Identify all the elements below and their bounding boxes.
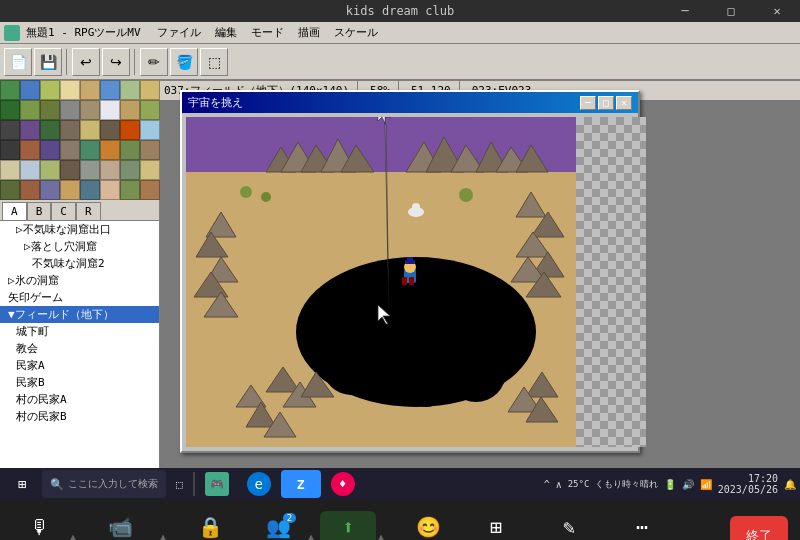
tile-10[interactable] — [140, 100, 160, 120]
tile-snow[interactable] — [100, 100, 120, 120]
dialog-close-btn[interactable]: ✕ — [616, 96, 632, 110]
dialog-maximize-btn[interactable]: □ — [598, 96, 614, 110]
close-btn[interactable]: ✕ — [754, 0, 800, 22]
zoom-whiteboard-btn[interactable]: ✎ ホワイトボード — [526, 511, 612, 540]
tile-8[interactable] — [80, 100, 100, 120]
menu-edit[interactable]: 編集 — [209, 23, 243, 42]
menu-file[interactable]: ファイル — [151, 23, 207, 42]
tree-item[interactable]: 民家B — [0, 374, 159, 391]
menu-draw[interactable]: 描画 — [292, 23, 326, 42]
menu-scale[interactable]: スケール — [328, 23, 384, 42]
tree-item[interactable]: 教会 — [0, 340, 159, 357]
tile-lava[interactable] — [120, 120, 140, 140]
tree-item[interactable]: 不気味な洞窟2 — [0, 255, 159, 272]
taskbar-zoom[interactable]: Z — [281, 470, 321, 498]
share-arrow[interactable]: ▲ — [378, 531, 384, 541]
tile-26[interactable] — [20, 180, 40, 200]
tile-dark[interactable] — [0, 120, 20, 140]
dialog-minimize-btn[interactable]: ─ — [580, 96, 596, 110]
zoom-security-btn[interactable]: 🔒 セキュリティ — [172, 511, 248, 540]
tile-5[interactable] — [140, 80, 160, 100]
tree-item[interactable]: ▷ 落とし穴洞窟 — [0, 238, 159, 255]
tile-20[interactable] — [60, 160, 80, 180]
maximize-btn[interactable]: □ — [708, 0, 754, 22]
tile-11[interactable] — [40, 140, 60, 160]
tile-6[interactable] — [20, 100, 40, 120]
tile-16[interactable] — [140, 140, 160, 160]
zoom-more-btn[interactable]: ⋯ 詳細 — [614, 511, 670, 540]
menu-mode[interactable]: モード — [245, 23, 290, 42]
tile-swamp[interactable] — [40, 120, 60, 140]
tile-22[interactable] — [100, 160, 120, 180]
select-btn[interactable]: ⬚ — [200, 48, 228, 76]
tile-17[interactable] — [0, 160, 20, 180]
redo-btn[interactable]: ↪ — [102, 48, 130, 76]
tile-24[interactable] — [140, 160, 160, 180]
zoom-share-btn[interactable]: ⬆ 画面共有 — [320, 511, 376, 540]
tile-21[interactable] — [80, 160, 100, 180]
taskbar-edge[interactable]: e — [239, 470, 279, 498]
tab-b[interactable]: B — [27, 202, 52, 220]
zoom-apps-btn[interactable]: ⊞ アプリ — [468, 511, 524, 540]
game-map-canvas[interactable] — [186, 117, 646, 447]
save-btn[interactable]: 💾 — [34, 48, 62, 76]
tab-c[interactable]: C — [51, 202, 76, 220]
tile-3[interactable] — [100, 80, 120, 100]
tile-29[interactable] — [80, 180, 100, 200]
new-btn[interactable]: 📄 — [4, 48, 32, 76]
tree-item[interactable]: ▷ 不気味な洞窟出口 — [0, 221, 159, 238]
pencil-btn[interactable]: ✏ — [140, 48, 168, 76]
taskbar-rpgmaker[interactable]: 🎮 — [197, 470, 237, 498]
fill-btn[interactable]: 🪣 — [170, 48, 198, 76]
search-area[interactable]: 🔍 ここに入力して検索 — [42, 470, 166, 498]
tree-item[interactable]: 村の民家B — [0, 408, 159, 425]
map-area[interactable]: 宇宙を挑え ─ □ ✕ — [160, 80, 800, 468]
tile-purple[interactable] — [20, 120, 40, 140]
tile-brick[interactable] — [20, 140, 40, 160]
start-btn[interactable]: ⊞ — [4, 470, 40, 498]
taskview-btn[interactable]: ⬚ — [168, 470, 191, 498]
tile-7[interactable] — [40, 100, 60, 120]
tile-ice[interactable] — [140, 120, 160, 140]
tile-19[interactable] — [40, 160, 60, 180]
participants-arrow[interactable]: ▲ — [308, 531, 314, 541]
tile-14[interactable] — [100, 140, 120, 160]
tile-wall[interactable] — [100, 120, 120, 140]
tile-31[interactable] — [120, 180, 140, 200]
tree-item[interactable]: 矢印ゲーム — [0, 289, 159, 306]
tile-25[interactable] — [0, 180, 20, 200]
zoom-participants-btn[interactable]: 👥 2 参加者 — [250, 511, 306, 540]
tile-13[interactable] — [80, 140, 100, 160]
zoom-video-btn[interactable]: 📹 ビデオの停止 — [82, 511, 158, 540]
tile-water[interactable] — [20, 80, 40, 100]
minimize-btn[interactable]: ─ — [662, 0, 708, 22]
video-arrow[interactable]: ▲ — [160, 531, 166, 541]
tree-item[interactable]: 城下町 — [0, 323, 159, 340]
zoom-end-btn[interactable]: 終了 — [730, 516, 788, 540]
tree-item[interactable]: ▷ 氷の洞窟 — [0, 272, 159, 289]
tile-grass[interactable] — [0, 80, 20, 100]
tile-32[interactable] — [140, 180, 160, 200]
zoom-reaction-btn[interactable]: 😊 リアクション — [390, 511, 466, 540]
tile-4[interactable] — [120, 80, 140, 100]
undo-btn[interactable]: ↩ — [72, 48, 100, 76]
tile-9[interactable] — [120, 100, 140, 120]
tile-mountain[interactable] — [60, 120, 80, 140]
tile-15[interactable] — [120, 140, 140, 160]
tile-28[interactable] — [60, 180, 80, 200]
tile-cave[interactable] — [0, 140, 20, 160]
tree-item[interactable]: 民家A — [0, 357, 159, 374]
tab-r[interactable]: R — [76, 202, 101, 220]
tile-2[interactable] — [60, 80, 80, 100]
tile-rock[interactable] — [60, 100, 80, 120]
tile-floor[interactable] — [80, 120, 100, 140]
tile-12[interactable] — [60, 140, 80, 160]
tile-sand[interactable] — [80, 80, 100, 100]
tile-27[interactable] — [40, 180, 60, 200]
tree-item[interactable]: 村の民家A — [0, 391, 159, 408]
tile-1[interactable] — [40, 80, 60, 100]
taskbar-app4[interactable]: ♦ — [323, 470, 363, 498]
tile-tree[interactable] — [0, 100, 20, 120]
mute-arrow[interactable]: ▲ — [70, 531, 76, 541]
zoom-mute-btn[interactable]: 🎙 ミュート — [12, 511, 68, 540]
